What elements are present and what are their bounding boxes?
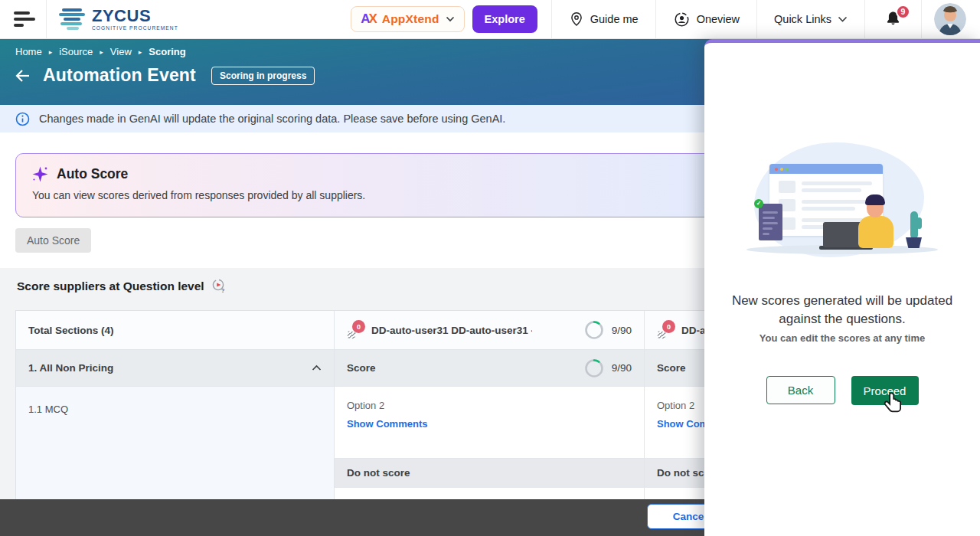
- zycus-logo-icon: [59, 7, 87, 31]
- auto-score-drawer: ✓ New scores generated will be updated a…: [704, 39, 980, 536]
- score-label: Score: [657, 362, 686, 374]
- breadcrumb-scoring: Scoring: [149, 46, 185, 57]
- illustration-check-icon: ✓: [754, 199, 763, 208]
- oneview-icon: [673, 11, 691, 28]
- info-banner-text: Changes made in GenAI will update the or…: [39, 113, 505, 125]
- sparkle-icon: [31, 165, 49, 183]
- oneview-button[interactable]: Oneview: [656, 0, 756, 39]
- auto-score-button[interactable]: Auto Score: [15, 228, 91, 253]
- progress-circle-icon: [584, 358, 604, 378]
- info-icon: [15, 112, 30, 126]
- breadcrumb-separator-icon: ▸: [139, 48, 142, 56]
- breadcrumb-isource[interactable]: iSource: [59, 46, 93, 57]
- zycus-logo[interactable]: ZYCUS COGNITIVE PROCUREMENT: [59, 7, 178, 31]
- supplier-1-score: 9/90: [612, 325, 632, 336]
- illustration-document: [759, 204, 782, 240]
- score-label: Score: [347, 362, 376, 374]
- total-sections-header: Total Sections (4): [16, 311, 334, 349]
- chevron-up-icon[interactable]: [312, 364, 322, 371]
- divider: [46, 0, 47, 39]
- show-comments-link[interactable]: Show Comments: [347, 418, 427, 430]
- explore-button[interactable]: Explore: [472, 5, 537, 33]
- section-score-value: 9/90: [612, 362, 632, 374]
- section-row[interactable]: 1. All Non Pricing: [16, 349, 334, 386]
- proceed-button[interactable]: Proceed: [851, 376, 919, 405]
- question-answer-cell-1: Option 2 Show Comments: [334, 386, 644, 458]
- menu-icon[interactable]: [14, 8, 37, 31]
- back-button[interactable]: Back: [766, 376, 835, 404]
- notifications-button[interactable]: 9: [865, 0, 921, 39]
- quick-links-label: Quick Links: [774, 13, 831, 25]
- quick-links-dropdown[interactable]: Quick Links: [757, 0, 864, 39]
- supplier-1-header: 0 DD-auto-user31 DD-auto-user31 - DD-aut…: [334, 311, 644, 349]
- section-score-cell-1: Score 9/90: [334, 349, 644, 386]
- answer-value: Option 2: [657, 400, 694, 411]
- breadcrumb-separator-icon: ▸: [100, 48, 103, 56]
- answer-value: Option 2: [347, 400, 384, 411]
- guide-me-label: Guide me: [590, 13, 639, 25]
- chevron-down-icon: [838, 16, 848, 23]
- section-title: Score suppliers at Question level: [17, 279, 204, 293]
- drawer-headline: New scores generated will be updated aga…: [727, 292, 957, 328]
- section-row-label: 1. All Non Pricing: [28, 362, 113, 374]
- auto-score-title: Auto Score: [57, 166, 128, 182]
- page-title: Automation Event: [43, 65, 196, 86]
- supplier-1-name: DD-auto-user31 DD-auto-user31 - DD-aut..…: [371, 325, 532, 336]
- breadcrumb-separator-icon: ▸: [49, 48, 53, 56]
- question-label-cell: 1.1 MCQ: [16, 386, 334, 499]
- chevron-down-icon: [446, 16, 455, 22]
- supplier-rank-badge-icon: 0: [657, 320, 675, 340]
- svg-text:?: ?: [221, 288, 224, 293]
- illustration: ✓: [746, 142, 938, 257]
- breadcrumb-view[interactable]: View: [110, 46, 132, 57]
- breadcrumb-home[interactable]: Home: [15, 46, 42, 57]
- location-pin-icon: [569, 11, 584, 28]
- notification-count-badge: 9: [896, 5, 910, 19]
- app-window: ZYCUS COGNITIVE PROCUREMENT AX AppXtend …: [0, 0, 980, 536]
- status-badge: Scoring in progress: [211, 67, 315, 85]
- drawer-subtext: You can edit the scores at any time: [727, 332, 957, 344]
- appxtend-logo-icon: AX: [361, 11, 376, 27]
- appxtend-label: AppXtend: [382, 12, 439, 26]
- guide-me-button[interactable]: Guide me: [552, 0, 655, 39]
- oneview-label: Oneview: [697, 13, 740, 25]
- scoring-pending-icon[interactable]: ?: [211, 279, 226, 294]
- appxtend-dropdown[interactable]: AX AppXtend: [351, 6, 464, 32]
- brand-name: ZYCUS: [92, 8, 178, 25]
- brand-tagline: COGNITIVE PROCUREMENT: [92, 26, 178, 31]
- supplier-rank-badge-icon: 0: [347, 320, 365, 340]
- illustration-person: [858, 216, 893, 248]
- do-not-score-cell-1: Do not score: [334, 458, 644, 487]
- user-avatar[interactable]: [934, 3, 966, 35]
- back-arrow-icon[interactable]: [14, 67, 32, 84]
- partial-row-cell: [334, 487, 644, 499]
- divider: [921, 0, 922, 39]
- topbar: ZYCUS COGNITIVE PROCUREMENT AX AppXtend …: [0, 0, 980, 39]
- progress-circle-icon: [584, 320, 604, 340]
